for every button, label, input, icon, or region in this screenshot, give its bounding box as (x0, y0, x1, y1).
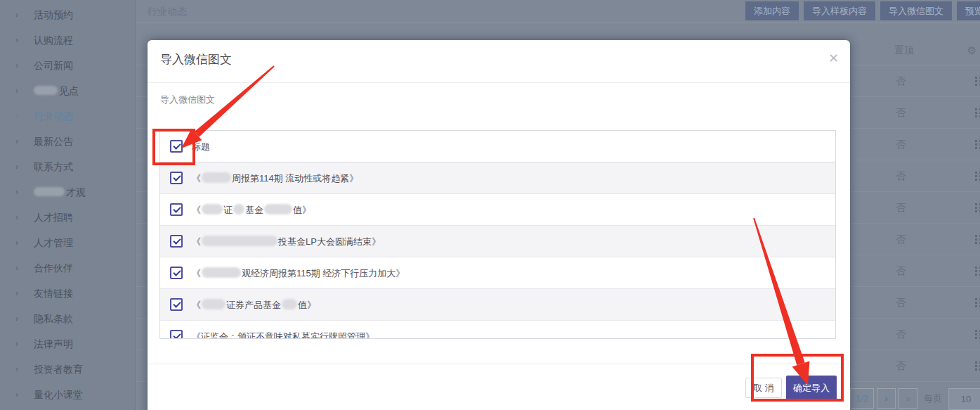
import-wechat-modal: 导入微信图文 ✕ 导入微信图文 标题 《周报第114期 流动性或将趋紧》《证基金… (148, 40, 850, 410)
sidebar-item-label: 隐私条款 (34, 306, 73, 331)
row-checkbox[interactable] (170, 267, 183, 279)
row-menu-icon[interactable] (975, 235, 980, 245)
pin-value: 否 (896, 97, 906, 129)
close-icon[interactable]: ✕ (828, 52, 839, 65)
row-checkbox[interactable] (170, 203, 183, 216)
sidebar: ›活动预约›认购流程›公司新闻›见点›行业动态›最新公告›联系方式›才观›人才招… (0, 0, 136, 410)
article-title: 《证监会：颁证不意味对私募实行牌照管理》 (192, 321, 374, 339)
sidebar-item-10[interactable]: ›合作伙伴 (0, 255, 135, 281)
redacted-text (202, 299, 226, 309)
sidebar-item-label: 人才招聘 (34, 205, 73, 230)
article-title: 《证基金值》 (192, 194, 311, 226)
chevron-right-icon: › (15, 154, 18, 179)
next-page-button[interactable]: › (877, 388, 896, 409)
sidebar-item-2[interactable]: ›公司新闻 (0, 53, 135, 78)
pin-value: 否 (896, 129, 906, 160)
article-row-4[interactable]: 《证券产品基金值》 (160, 289, 835, 321)
article-row-1[interactable]: 《证基金值》 (160, 194, 835, 226)
gear-icon[interactable]: ⚙ (967, 35, 976, 65)
row-checkbox[interactable] (170, 298, 183, 311)
app-window: 行业动态 添加内容导入样板内容导入微信图文预览效果 置顶 ⚙ 否否否否否否否否否… (0, 0, 980, 410)
pin-column-header: 置顶 (894, 35, 914, 65)
row-checkbox[interactable] (170, 235, 183, 248)
chevron-right-icon: › (15, 53, 18, 78)
select-all-checkbox[interactable] (170, 140, 183, 153)
chevron-right-icon: › (15, 78, 18, 103)
chevron-right-icon: › (15, 357, 18, 382)
sidebar-item-4[interactable]: ›行业动态 (0, 103, 135, 129)
redacted-text (202, 267, 241, 278)
row-menu-icon[interactable] (975, 140, 980, 150)
sidebar-item-15[interactable]: ›量化小课堂 (0, 382, 135, 407)
article-row-0[interactable]: 《周报第114期 流动性或将趋紧》 (160, 162, 835, 194)
article-title: 《投基金LP大会圆满结束》 (192, 226, 381, 257)
modal-header-divider (148, 82, 850, 83)
row-menu-icon[interactable] (975, 267, 980, 276)
row-menu-icon[interactable] (975, 77, 980, 87)
sidebar-item-0[interactable]: ›活动预约 (0, 2, 135, 27)
sidebar-item-3[interactable]: ›见点 (0, 78, 135, 103)
chevron-right-icon: › (15, 382, 18, 407)
chevron-right-icon: › (15, 281, 18, 306)
chevron-right-icon: › (15, 205, 18, 230)
chevron-right-icon: › (15, 331, 18, 357)
row-menu-icon[interactable] (975, 172, 980, 181)
sidebar-item-14[interactable]: ›投资者教育 (0, 357, 135, 382)
sidebar-item-9[interactable]: ›人才管理 (0, 230, 135, 255)
article-title: 《周报第114期 流动性或将趋紧》 (192, 162, 358, 194)
sidebar-item-label: 联系方式 (34, 154, 73, 179)
cancel-button[interactable]: 取 消 (745, 378, 782, 398)
sidebar-item-label: 投资者教育 (34, 357, 83, 382)
pin-value: 否 (896, 287, 906, 319)
pin-value: 否 (896, 255, 906, 287)
article-row-3[interactable]: 《观经济周报第115期 经济下行压力加大》 (160, 257, 835, 289)
article-row-2[interactable]: 《投基金LP大会圆满结束》 (160, 226, 835, 257)
modal-title: 导入微信图文 (160, 51, 232, 68)
redacted-text (34, 86, 58, 95)
sidebar-item-12[interactable]: ›隐私条款 (0, 306, 135, 331)
sidebar-item-7[interactable]: ›才观 (0, 179, 135, 205)
chevron-right-icon: › (15, 179, 18, 205)
redacted-text (202, 172, 231, 183)
row-menu-icon[interactable] (975, 203, 980, 213)
sidebar-item-label: 活动预约 (34, 2, 73, 27)
row-checkbox[interactable] (170, 330, 183, 339)
chevron-right-icon: › (15, 2, 18, 27)
toolbar-button-2[interactable]: 导入微信图文 (880, 1, 952, 20)
title-column-header: 标题 (192, 131, 210, 162)
row-menu-icon[interactable] (975, 108, 980, 118)
sidebar-item-1[interactable]: ›认购流程 (0, 27, 135, 53)
sidebar-item-label: 见点 (34, 78, 79, 103)
toolbar-button-0[interactable]: 添加内容 (745, 1, 799, 20)
redacted-text (264, 204, 292, 214)
toolbar-button-3[interactable]: 预览效果 (957, 1, 980, 20)
per-page-label: 每页 (924, 388, 942, 409)
row-menu-icon[interactable] (975, 330, 980, 340)
sidebar-item-5[interactable]: ›最新公告 (0, 129, 135, 154)
sidebar-item-8[interactable]: ›人才招聘 (0, 205, 135, 230)
table-header-row: 标题 (160, 131, 835, 162)
last-page-button[interactable]: » (899, 388, 917, 409)
toolbar: 添加内容导入样板内容导入微信图文预览效果 (745, 1, 980, 20)
modal-footer-divider (148, 364, 850, 364)
chevron-right-icon: › (15, 129, 18, 154)
sidebar-item-label: 认购流程 (34, 27, 73, 53)
article-row-5[interactable]: 《证监会：颁证不意味对私募实行牌照管理》 (160, 321, 835, 339)
sidebar-item-11[interactable]: ›友情链接 (0, 281, 135, 306)
row-menu-icon[interactable] (975, 298, 980, 308)
pin-value: 否 (896, 319, 906, 350)
sidebar-item-13[interactable]: ›法律声明 (0, 331, 135, 357)
modal-section-label: 导入微信图文 (160, 94, 215, 106)
row-checkbox[interactable] (170, 172, 183, 184)
article-table: 标题 《周报第114期 流动性或将趋紧》《证基金值》《投基金LP大会圆满结束》《… (159, 130, 836, 339)
pin-value: 否 (896, 350, 906, 382)
toolbar-button-1[interactable]: 导入样板内容 (804, 1, 875, 20)
row-menu-icon[interactable] (975, 361, 980, 371)
per-page-input[interactable]: 10 (948, 388, 980, 410)
confirm-import-button[interactable]: 确定导入 (786, 376, 837, 400)
sidebar-item-label: 合作伙伴 (34, 255, 73, 281)
pin-value: 否 (896, 224, 906, 255)
sidebar-item-6[interactable]: ›联系方式 (0, 154, 135, 179)
sidebar-item-label: 公司新闻 (34, 53, 73, 78)
redacted-text (34, 187, 65, 196)
